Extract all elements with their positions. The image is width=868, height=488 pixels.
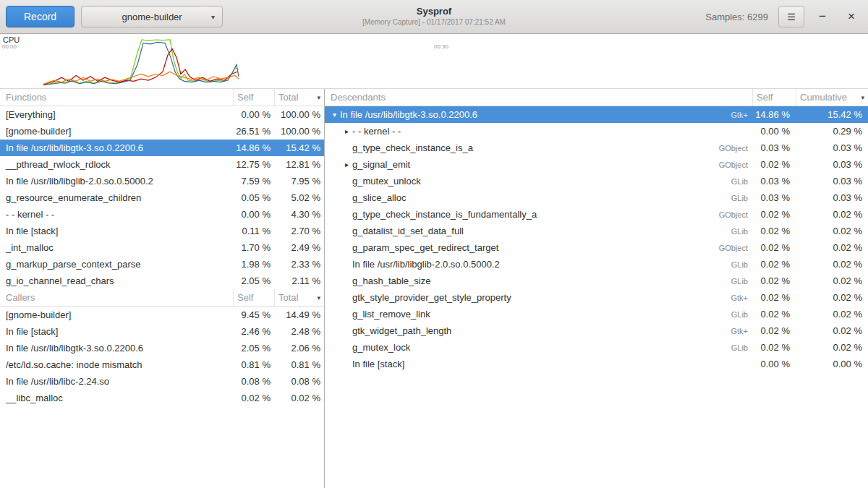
cell-cumulative-percent: 0.02 % [796, 325, 868, 336]
cell-self-percent: 2.46 % [233, 326, 274, 337]
cell-function-name: In file /usr/lib/libglib-2.0.so.0.5000.2 [0, 176, 233, 187]
column-header-total[interactable]: Total ▾ [274, 289, 324, 306]
cell-self-percent: 14.86 % [233, 142, 274, 153]
cell-self-percent: 0.02 % [752, 275, 796, 286]
table-row[interactable]: - - kernel - -0.00 %4.30 % [0, 206, 324, 223]
cpu-graph-lines [0, 34, 868, 88]
cell-function-name: gtk_widget_path_length [325, 325, 731, 336]
tree-row[interactable]: g_type_check_instance_is_aGObject0.03 %0… [325, 140, 868, 156]
sort-indicator-icon: ▾ [861, 94, 864, 101]
process-selector-dropdown[interactable]: gnome-builder ▾ [81, 6, 223, 27]
table-row[interactable]: [gnome-builder]26.51 %100.00 % [0, 123, 324, 140]
menu-button[interactable]: ☰ [778, 6, 804, 27]
table-row[interactable]: [gnome-builder]9.45 %14.49 % [0, 307, 324, 323]
column-header-callers[interactable]: Callers [0, 289, 233, 306]
table-row[interactable]: __pthread_rwlock_rdlock12.75 %12.81 % [0, 156, 324, 173]
table-row[interactable]: /etc/ld.so.cache: inode mismatch0.81 %0.… [0, 356, 324, 373]
tree-row[interactable]: gtk_widget_path_lengthGtk+0.02 %0.02 % [325, 322, 868, 339]
table-row[interactable]: In file /usr/lib/libc-2.24.so0.08 %0.08 … [0, 373, 324, 390]
tree-row[interactable]: ▸- - kernel - -0.00 %0.29 % [325, 123, 868, 140]
expander-open-icon[interactable]: ▾ [329, 111, 340, 119]
cell-function-name: In file [stack] [0, 326, 233, 337]
function-name: g_datalist_id_set_data_full [352, 226, 464, 236]
tree-row[interactable]: g_datalist_id_set_data_fullGLib0.02 %0.0… [325, 223, 868, 239]
cell-self-percent: 14.86 % [752, 109, 796, 120]
cell-cumulative-percent: 0.00 % [796, 359, 868, 369]
library-tag: GLib [731, 227, 748, 236]
library-tag: Gtk+ [731, 111, 748, 119]
table-row[interactable]: _int_malloc1.70 %2.49 % [0, 239, 324, 256]
column-header-cumulative[interactable]: Cumulative ▾ [796, 89, 868, 106]
cell-total-percent: 2.48 % [274, 326, 324, 337]
cell-total-percent: 2.49 % [274, 242, 324, 253]
cell-self-percent: 0.03 % [752, 176, 796, 187]
minimize-button[interactable]: − [812, 6, 833, 27]
tree-row[interactable]: In file /usr/lib/libglib-2.0.so.0.5000.2… [325, 256, 868, 273]
table-row[interactable]: g_resource_enumerate_children0.05 %5.02 … [0, 189, 324, 206]
tree-row[interactable]: ▾In file /usr/lib/libgtk-3.so.0.2200.6Gt… [325, 106, 868, 123]
cell-function-name: g_hash_table_size [325, 275, 731, 286]
cell-function-name: g_io_channel_read_chars [0, 275, 233, 286]
tree-row[interactable]: ▸g_signal_emitGObject0.02 %0.03 % [325, 156, 868, 173]
tree-row[interactable]: g_list_remove_linkGLib0.02 %0.02 % [325, 306, 868, 322]
cell-self-percent: 0.00 % [752, 126, 796, 137]
column-header-total[interactable]: Total ▾ [274, 89, 324, 106]
table-row[interactable]: In file /usr/lib/libgtk-3.so.0.2200.62.0… [0, 340, 324, 356]
table-row[interactable]: In file [stack]2.46 %2.48 % [0, 323, 324, 340]
cell-function-name: g_param_spec_get_redirect_target [325, 242, 719, 253]
cell-function-name: In file /usr/lib/libgtk-3.so.0.2200.6 [0, 142, 233, 153]
table-row[interactable]: In file /usr/lib/libgtk-3.so.0.2200.614.… [0, 140, 324, 156]
cpu-graph[interactable]: CPU 00:00 00:30 [0, 34, 868, 89]
cell-total-percent: 4.30 % [274, 209, 324, 220]
right-pane: Descendants Self Cumulative ▾ ▾In file /… [325, 89, 868, 488]
functions-column-header: Functions Self Total ▾ [0, 89, 324, 106]
column-header-functions[interactable]: Functions [0, 89, 233, 106]
table-row[interactable]: __libc_malloc0.02 %0.02 % [0, 390, 324, 406]
cell-function-name: g_slice_alloc [325, 192, 731, 203]
cell-cumulative-percent: 0.02 % [796, 342, 868, 353]
cell-function-name: g_list_remove_link [325, 309, 731, 320]
column-header-self[interactable]: Self [752, 89, 796, 106]
hamburger-icon: ☰ [787, 12, 796, 22]
function-name: In file /usr/lib/libgtk-3.so.0.2200.6 [340, 109, 477, 120]
library-tag: GLib [731, 177, 748, 186]
tree-row[interactable]: g_type_check_instance_is_fundamentally_a… [325, 206, 868, 223]
tree-row[interactable]: g_hash_table_sizeGLib0.02 %0.02 % [325, 273, 868, 289]
record-button[interactable]: Record [6, 6, 75, 27]
tree-row[interactable]: gtk_style_provider_get_style_propertyGtk… [325, 289, 868, 306]
function-name: g_param_spec_get_redirect_target [352, 242, 498, 253]
table-row[interactable]: g_io_channel_read_chars2.05 %2.11 % [0, 273, 324, 289]
cell-self-percent: 0.02 % [752, 309, 796, 320]
table-row[interactable]: g_markup_parse_context_parse1.98 %2.33 % [0, 256, 324, 273]
tree-row[interactable]: g_param_spec_get_redirect_targetGObject0… [325, 239, 868, 256]
library-tag: GObject [719, 144, 748, 153]
table-row[interactable]: [Everything]0.00 %100.00 % [0, 106, 324, 123]
cell-self-percent: 2.05 % [233, 343, 274, 354]
cell-self-percent: 0.02 % [752, 342, 796, 353]
cell-self-percent: 0.02 % [752, 292, 796, 303]
table-row[interactable]: In file [stack]0.11 %2.70 % [0, 223, 324, 239]
table-row[interactable]: In file /usr/lib/libglib-2.0.so.0.5000.2… [0, 173, 324, 189]
function-name: g_type_check_instance_is_a [352, 142, 473, 153]
column-header-self[interactable]: Self [233, 89, 274, 106]
cell-function-name: g_resource_enumerate_children [0, 192, 233, 203]
expander-closed-icon[interactable]: ▸ [341, 127, 352, 135]
column-header-descendants[interactable]: Descendants [325, 89, 752, 106]
cell-self-percent: 0.00 % [233, 109, 274, 120]
tree-row[interactable]: In file [stack]0.00 %0.00 % [325, 356, 868, 372]
cell-function-name: In file /usr/lib/libc-2.24.so [0, 376, 233, 387]
cell-function-name: g_markup_parse_context_parse [0, 259, 233, 270]
cell-function-name: __libc_malloc [0, 393, 233, 403]
expander-closed-icon[interactable]: ▸ [341, 160, 352, 168]
tree-row[interactable]: g_slice_allocGLib0.03 %0.03 % [325, 189, 868, 206]
cell-function-name: In file /usr/lib/libgtk-3.so.0.2200.6 [0, 343, 233, 354]
tree-row[interactable]: g_mutex_unlockGLib0.03 %0.03 % [325, 173, 868, 189]
left-pane: Functions Self Total ▾ [Everything]0.00 … [0, 89, 325, 488]
cell-self-percent: 0.00 % [752, 359, 796, 369]
cell-function-name: In file /usr/lib/libglib-2.0.so.0.5000.2 [325, 259, 731, 270]
cell-self-percent: 0.00 % [233, 209, 274, 220]
cell-total-percent: 2.70 % [274, 226, 324, 236]
column-header-self[interactable]: Self [233, 289, 274, 306]
tree-row[interactable]: g_mutex_lockGLib0.02 %0.02 % [325, 339, 868, 356]
close-button[interactable]: × [841, 6, 862, 27]
